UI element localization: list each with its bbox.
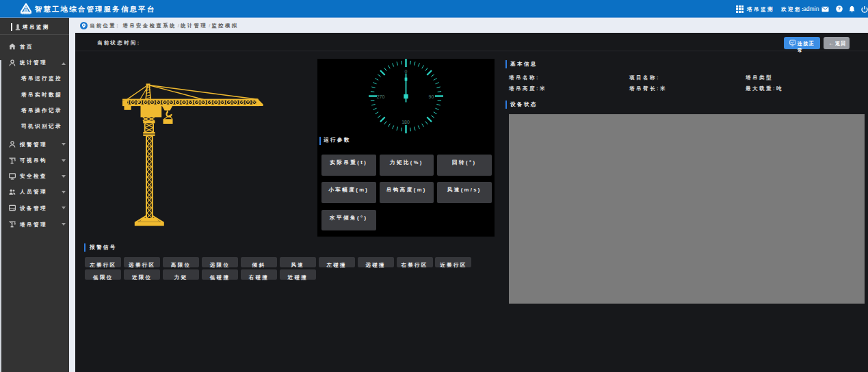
svg-text:180: 180 bbox=[402, 120, 410, 124]
svg-text:270: 270 bbox=[377, 94, 385, 99]
svg-text:0: 0 bbox=[405, 69, 408, 74]
svg-text:90: 90 bbox=[429, 94, 434, 99]
svg-text:?: ? bbox=[837, 6, 840, 11]
